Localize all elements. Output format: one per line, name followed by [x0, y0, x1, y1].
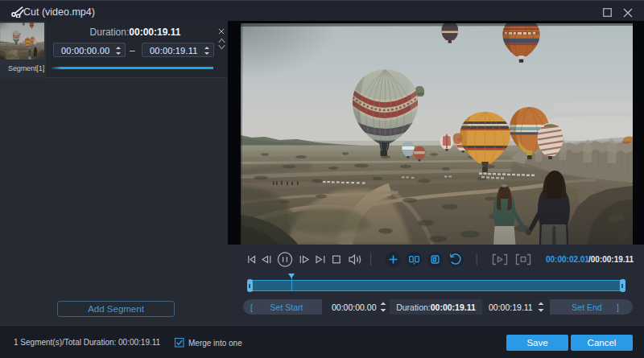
svg-text:/00:00:19.11: /00:00:19.11 — [588, 255, 634, 264]
svg-text:00:00:02.01: 00:00:02.01 — [546, 255, 589, 264]
